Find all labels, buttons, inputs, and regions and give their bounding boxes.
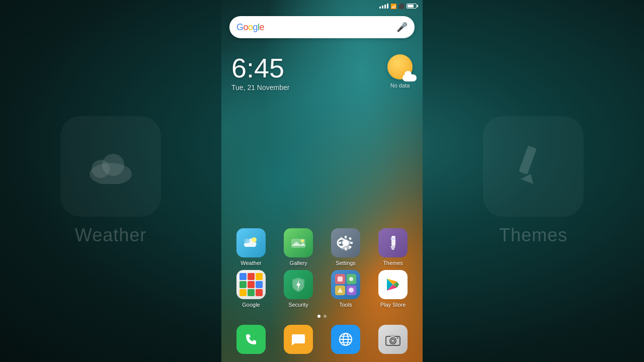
themes-app-label: Themes (383, 260, 403, 266)
svg-rect-11 (345, 236, 347, 238)
svg-rect-39 (390, 334, 394, 337)
app-grid-row2: Google Security (221, 270, 423, 308)
playstore-app-label: Play Store (380, 302, 406, 308)
app-google[interactable]: Google (229, 270, 273, 308)
dock-messages[interactable] (277, 325, 320, 354)
phone-app-icon (236, 325, 266, 354)
settings-app-icon (331, 228, 360, 257)
page-dots (221, 312, 423, 321)
status-bar: 📶 ⬛ (221, 0, 423, 12)
bg-left-panel: Weather (0, 0, 221, 362)
svg-rect-14 (350, 242, 353, 244)
svg-point-9 (301, 239, 304, 242)
page-dot-2[interactable] (324, 315, 327, 318)
svg-rect-26 (349, 288, 354, 293)
status-icons: 📶 ⬛ (379, 4, 417, 9)
app-tools[interactable]: Tools (324, 270, 367, 308)
bg-weather-label: Weather (75, 225, 146, 246)
tools-app-icon (331, 270, 360, 299)
dock-browser[interactable] (324, 325, 367, 354)
svg-rect-12 (345, 247, 347, 250)
dock-phone[interactable] (229, 325, 273, 354)
themes-app-icon (378, 228, 408, 257)
app-settings[interactable]: Settings (324, 228, 367, 266)
playstore-app-icon (378, 270, 408, 299)
search-bar[interactable]: Google 🎤 (229, 16, 415, 38)
security-app-icon (284, 270, 313, 299)
phone-frame: 📶 ⬛ Google 🎤 6:45 Tue, 21 November No da… (221, 0, 423, 362)
svg-marker-25 (338, 288, 343, 293)
svg-rect-21 (390, 238, 395, 240)
bg-themes-icon (483, 116, 584, 217)
messages-app-icon (284, 325, 313, 354)
bg-themes-label: Themes (499, 225, 568, 246)
weather-app-label: Weather (240, 260, 261, 266)
dock (221, 321, 423, 362)
clock-left: 6:45 Tue, 21 November (231, 54, 289, 92)
bg-right-panel: Themes (423, 0, 644, 362)
app-playstore[interactable]: Play Store (371, 270, 415, 308)
wifi-icon: 📶 (390, 4, 396, 9)
weather-widget: No data (387, 54, 413, 88)
svg-point-6 (252, 237, 257, 242)
svg-rect-13 (339, 242, 341, 244)
browser-app-icon (331, 325, 360, 354)
settings-app-label: Settings (336, 260, 356, 266)
bg-weather-icon (60, 116, 161, 217)
google-folder-icon (236, 270, 266, 299)
cast-icon: ⬛ (398, 4, 405, 9)
app-gallery[interactable]: Gallery (277, 228, 320, 266)
svg-point-2 (102, 154, 124, 176)
svg-rect-16 (349, 237, 352, 240)
app-weather[interactable]: Weather (229, 228, 273, 266)
tools-app-label: Tools (339, 302, 352, 308)
app-grid-row1: Weather Gallery (221, 228, 423, 266)
gallery-app-icon (284, 228, 313, 257)
weather-status: No data (390, 82, 410, 88)
svg-point-24 (349, 277, 353, 281)
app-themes[interactable]: Themes (371, 228, 415, 266)
battery-icon (407, 4, 417, 9)
clock-widget: 6:45 Tue, 21 November No data (221, 46, 423, 100)
google-app-label: Google (242, 302, 260, 308)
gallery-app-label: Gallery (290, 260, 307, 266)
page-dot-1[interactable] (317, 315, 320, 318)
dock-camera[interactable] (371, 325, 415, 354)
svg-point-37 (390, 338, 396, 344)
mic-icon[interactable]: 🎤 (396, 22, 408, 33)
clock-time: 6:45 (231, 54, 289, 81)
weather-app-icon (236, 228, 266, 257)
svg-point-40 (397, 337, 398, 339)
svg-marker-4 (521, 174, 533, 184)
weather-sun-icon (387, 54, 413, 79)
weather-cloud-icon (403, 74, 417, 81)
svg-rect-19 (391, 236, 395, 246)
app-security[interactable]: Security (277, 270, 320, 308)
camera-app-icon (378, 325, 408, 354)
svg-marker-20 (390, 246, 395, 250)
svg-point-38 (391, 339, 394, 342)
signal-icon (379, 4, 388, 9)
svg-rect-3 (519, 146, 537, 175)
security-app-label: Security (288, 302, 308, 308)
svg-rect-23 (338, 277, 343, 282)
svg-point-5 (244, 238, 250, 243)
google-logo: Google (236, 22, 264, 33)
clock-date: Tue, 21 November (231, 83, 289, 92)
